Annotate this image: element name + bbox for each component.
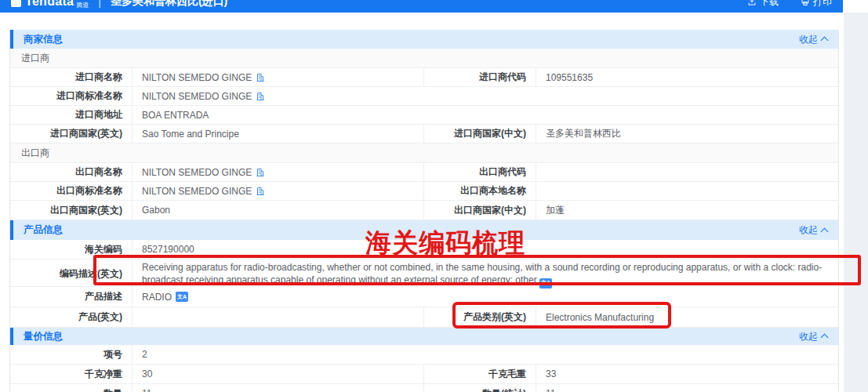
field-value: Sao Tome and Principe [133, 125, 424, 143]
field-label: 产品(英文) [10, 307, 133, 327]
field-value: 11 [133, 384, 424, 392]
field-label: 千克毛重 [424, 365, 536, 383]
field-value: 11 [536, 384, 840, 392]
company-profile-icon[interactable] [256, 168, 265, 177]
subsection-label: 进口商 [21, 52, 49, 65]
field-value: 加蓬 [536, 201, 840, 220]
section-title: 商家信息 [10, 33, 63, 46]
field-value: Receiving apparatus for radio-broadcasti… [133, 260, 838, 289]
translate-icon[interactable]: 文A [176, 292, 188, 302]
table-row: 产品描述 RADIO 文A [10, 287, 838, 307]
field-value: NILTON SEMEDO GINGE [133, 68, 424, 86]
header-divider: | [98, 0, 101, 8]
field-label: 海关编码 [10, 240, 133, 259]
field-value [133, 307, 424, 327]
company-profile-icon[interactable] [256, 73, 265, 82]
company-profile-icon[interactable] [256, 92, 265, 101]
section-title: 量价信息 [10, 330, 63, 343]
field-value: 圣多美和普林西比 [536, 125, 840, 143]
field-value: RADIO 文A [133, 287, 838, 307]
company-profile-icon[interactable] [256, 187, 265, 196]
page-right-margin [844, 13, 868, 392]
print-icon [801, 0, 810, 6]
table-row: 数量 11 数量(统计) 11 [10, 384, 838, 392]
table-row: 进口商地址 BOA ENTRADA [10, 106, 838, 125]
field-value: 109551635 [536, 68, 840, 86]
field-label: 出口商国家(英文) [10, 201, 133, 220]
field-value [536, 163, 840, 181]
field-label: 产品描述 [10, 287, 133, 307]
table-row: 进口商标准名称 NILTON SEMEDO GINGE [10, 87, 838, 106]
field-value: NILTON SEMEDO GINGE [133, 163, 424, 181]
field-label: 进口商代码 [424, 68, 536, 86]
print-button[interactable]: 打印 [801, 0, 832, 9]
section-accent-bar [10, 220, 13, 240]
top-header-bar: Tendata 腾道 | 圣多美和普林西比(进口) 下载 打印 [0, 0, 843, 13]
field-value: Electronics Manufacturing [536, 307, 840, 327]
chevron-up-icon [821, 37, 829, 45]
field-value: 30 [133, 365, 424, 383]
section-header-qty-price: 量价信息 收起 [10, 328, 838, 345]
field-label: 编码描述(英文) [10, 260, 133, 289]
table-row: 进口商名称 NILTON SEMEDO GINGE 进口商代码 10955163… [10, 68, 838, 87]
field-label: 进口商地址 [10, 106, 133, 124]
field-label: 项号 [10, 345, 133, 364]
field-label: 数量(统计) [424, 384, 536, 392]
table-row: 编码描述(英文) Receiving apparatus for radio-b… [10, 260, 838, 287]
subsection-exporter: 出口商 [10, 143, 838, 163]
field-value: BOA ENTRADA [133, 106, 838, 124]
field-label: 出口商本地名称 [424, 182, 536, 200]
table-row: 海关编码 8527190000 [10, 240, 838, 260]
field-label: 进口商国家(英文) [10, 125, 133, 143]
field-label: 数量 [10, 384, 133, 392]
section-title: 产品信息 [10, 223, 63, 237]
table-row: 产品(英文) 产品类别(英文) Electronics Manufacturin… [10, 307, 838, 328]
table-row: 项号 2 [10, 345, 838, 365]
field-value: NILTON SEMEDO GINGE [133, 182, 424, 200]
download-button[interactable]: 下载 [747, 0, 779, 9]
field-value: NILTON SEMEDO GINGE [133, 87, 838, 105]
table-row: 出口商国家(英文) Gabon 出口商国家(中文) 加蓬 [10, 201, 838, 220]
field-label: 千克净重 [10, 365, 133, 383]
field-label: 进口商标准名称 [10, 87, 133, 105]
field-value: 8527190000 [133, 240, 838, 259]
section-accent-bar [10, 30, 13, 49]
field-label: 出口商标准名称 [10, 182, 133, 200]
table-row: 出口商名称 NILTON SEMEDO GINGE 出口商代码 [10, 163, 838, 182]
brand-logo: Tendata [25, 0, 74, 9]
collapse-button-qty-price[interactable]: 收起 [799, 330, 838, 343]
section-header-merchant: 商家信息 收起 [10, 30, 838, 49]
collapse-button-merchant[interactable]: 收起 [799, 33, 838, 46]
field-value [536, 182, 840, 200]
field-label: 出口商国家(中文) [424, 201, 536, 220]
field-value: Gabon [133, 201, 424, 220]
page-title: 圣多美和普林西比(进口) [111, 0, 227, 9]
section-header-product: 产品信息 收起 [10, 220, 838, 240]
brand-logo-sub: 腾道 [76, 1, 89, 13]
field-label: 进口商名称 [10, 68, 133, 86]
field-value: 2 [133, 345, 838, 364]
subsection-importer: 进口商 [10, 49, 838, 68]
tendata-logo-icon [11, 0, 21, 7]
table-row: 千克净重 30 千克毛重 33 [10, 365, 838, 384]
chevron-up-icon [821, 334, 829, 342]
detail-panel: 商家信息 收起 进口商 进口商名称 NILTON SEMEDO GINGE 进口… [9, 30, 839, 392]
table-row: 出口商标准名称 NILTON SEMEDO GINGE 出口商本地名称 [10, 182, 838, 201]
field-label: 出口商代码 [424, 163, 536, 181]
chevron-up-icon [821, 227, 829, 235]
subsection-label: 出口商 [21, 147, 49, 160]
field-value: 33 [536, 365, 840, 383]
collapse-button-product[interactable]: 收起 [799, 223, 838, 237]
field-label: 出口商名称 [10, 163, 133, 181]
download-icon [747, 0, 757, 6]
field-label: 产品类别(英文) [424, 307, 536, 327]
table-row: 进口商国家(英文) Sao Tome and Principe 进口商国家(中文… [10, 125, 838, 143]
section-accent-bar [10, 328, 13, 345]
field-label: 进口商国家(中文) [424, 125, 536, 143]
